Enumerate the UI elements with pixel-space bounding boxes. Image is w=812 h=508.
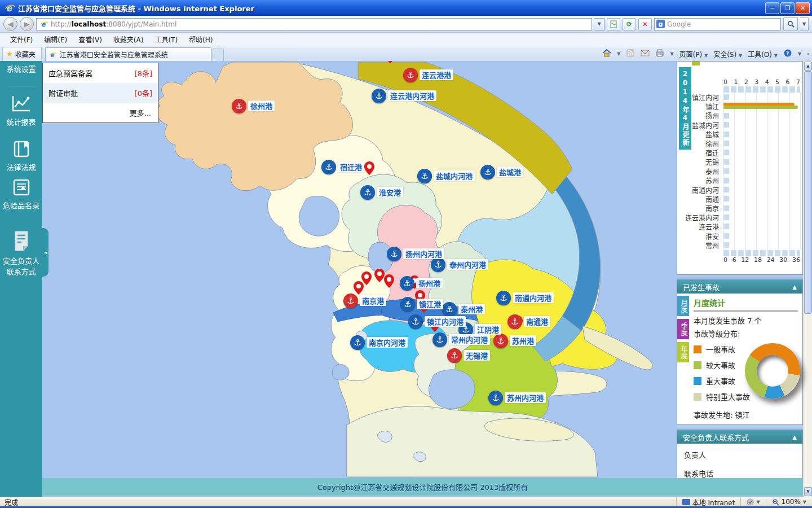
- port-label[interactable]: 南通港: [524, 316, 550, 327]
- port-marker-anchor-icon[interactable]: ⚓: [493, 334, 508, 348]
- help-button[interactable]: ?: [783, 49, 792, 59]
- scroll-down-button[interactable]: ▼: [804, 487, 812, 496]
- incident-pin-icon[interactable]: [385, 61, 395, 65]
- port-label[interactable]: 无锡港: [464, 350, 490, 361]
- search-dropdown-button[interactable]: ▼: [800, 17, 809, 31]
- favorites-button[interactable]: ★ 收藏夹: [2, 47, 42, 61]
- port-marker-anchor-icon[interactable]: ⚓: [417, 169, 432, 183]
- tools-menu[interactable]: 工具(O) ▼: [748, 49, 778, 59]
- security-menu[interactable]: 安全(S) ▼: [713, 49, 742, 59]
- zoom-control[interactable]: 100% ▼: [766, 497, 812, 506]
- port-marker-anchor-icon[interactable]: ⚓: [350, 335, 365, 350]
- quick-row-certificate-approval[interactable]: 附证审批 [0条]: [43, 83, 158, 103]
- port-marker-anchor-icon[interactable]: ⚓: [433, 332, 447, 347]
- feeds-button[interactable]: [626, 49, 635, 59]
- print-button[interactable]: [655, 49, 664, 59]
- port-marker-anchor-icon[interactable]: ⚓: [321, 160, 336, 174]
- port-label[interactable]: 连云港内河港: [388, 90, 436, 101]
- port-label[interactable]: 苏州内河港: [505, 392, 546, 403]
- incident-panel-header[interactable]: 已发生事故 ▲: [677, 280, 802, 294]
- port-label[interactable]: 徐州港: [248, 100, 275, 111]
- port-label[interactable]: 泰州港: [458, 304, 485, 314]
- compatibility-view-button[interactable]: [607, 18, 620, 30]
- menu-item[interactable]: 收藏夹(A): [108, 33, 149, 46]
- incident-tab-2[interactable]: 年度: [677, 342, 689, 362]
- collapse-arrow-icon[interactable]: ▲: [792, 434, 797, 440]
- sidebar-item-dangerous-goods[interactable]: 危险品名录: [0, 178, 42, 211]
- port-marker-anchor-icon[interactable]: ⚓: [400, 276, 414, 291]
- sidebar-item-safety-contacts[interactable]: 安全负责人联系方式: [0, 230, 42, 277]
- port-label[interactable]: 苏州港: [510, 335, 536, 346]
- address-input[interactable]: e http://localhost:8080/yjpt/Main.html: [36, 18, 592, 30]
- port-label[interactable]: 南通内河港: [513, 292, 554, 303]
- port-label[interactable]: 镇江港: [417, 299, 443, 309]
- port-label[interactable]: 盐城港: [497, 167, 523, 177]
- port-marker-anchor-icon[interactable]: ⚓: [480, 165, 495, 179]
- chevron-more-icon[interactable]: »: [807, 51, 810, 56]
- port-marker-anchor-icon[interactable]: ⚓: [403, 68, 418, 82]
- map-area[interactable]: ⚓连云港港⚓连云港内河港⚓徐州港⚓宿迁港⚓淮安港⚓盐城内河港⚓盐城港⚓扬州内河港…: [42, 61, 677, 497]
- home-button[interactable]: [602, 49, 611, 59]
- port-marker-anchor-icon[interactable]: ⚓: [431, 257, 445, 272]
- new-tab-stub[interactable]: [213, 49, 224, 61]
- port-marker-anchor-icon[interactable]: ⚓: [360, 185, 375, 200]
- address-dropdown-button[interactable]: ▼: [594, 18, 604, 30]
- incident-pin-icon[interactable]: [374, 269, 385, 284]
- port-marker-anchor-icon[interactable]: ⚓: [408, 314, 423, 329]
- refresh-button[interactable]: ⟳: [623, 18, 636, 30]
- port-marker-anchor-icon[interactable]: ⚓: [372, 89, 386, 103]
- restore-button[interactable]: ❐: [780, 2, 795, 14]
- port-label[interactable]: 南京内河港: [367, 337, 408, 348]
- port-marker-anchor-icon[interactable]: ⚓: [387, 247, 401, 261]
- port-label[interactable]: 连云港港: [420, 69, 453, 80]
- sidebar-item-system-settings[interactable]: 系统设置: [0, 63, 42, 74]
- port-label[interactable]: 扬州港: [416, 278, 443, 288]
- forward-button[interactable]: ▶: [20, 17, 34, 31]
- more-link[interactable]: 更多...: [43, 103, 158, 122]
- port-marker-anchor-icon[interactable]: ⚓: [508, 314, 522, 329]
- menu-item[interactable]: 工具(T): [149, 33, 183, 46]
- search-input[interactable]: g Google: [654, 18, 781, 30]
- scrollbar-thumb[interactable]: [804, 71, 812, 314]
- browser-tab[interactable]: e 江苏省港口安全监管与应急管理系统: [45, 47, 211, 61]
- menu-item[interactable]: 编辑(E): [38, 33, 73, 46]
- port-label[interactable]: 江阴港: [475, 324, 501, 335]
- stop-button[interactable]: ✕: [638, 18, 652, 30]
- port-marker-anchor-icon[interactable]: ⚓: [232, 99, 246, 113]
- port-marker-anchor-icon[interactable]: ⚓: [343, 294, 358, 308]
- menu-item[interactable]: 文件(F): [5, 33, 38, 46]
- port-marker-anchor-icon[interactable]: ⚓: [496, 291, 511, 305]
- port-label[interactable]: 宿迁港: [338, 161, 364, 172]
- incident-tab-1[interactable]: 季度: [677, 319, 689, 339]
- port-label[interactable]: 常州内河港: [449, 334, 490, 345]
- port-marker-anchor-icon[interactable]: ⚓: [400, 297, 415, 312]
- port-label[interactable]: 扬州内河港: [403, 248, 444, 259]
- incident-tab-0[interactable]: 月度: [677, 296, 689, 316]
- sidebar-item-laws[interactable]: 法律法规: [0, 140, 42, 172]
- sidebar-collapse-handle[interactable]: ◄: [42, 228, 48, 277]
- port-marker-anchor-icon[interactable]: ⚓: [442, 302, 457, 317]
- protected-mode-button[interactable]: ▼: [740, 497, 765, 506]
- vertical-scrollbar[interactable]: ▲ ▼: [803, 61, 812, 497]
- incident-pin-icon[interactable]: [364, 161, 374, 177]
- quick-row-emergency-plan[interactable]: 应急预案备案 [8条]: [43, 63, 158, 83]
- collapse-arrow-icon[interactable]: ▲: [792, 284, 797, 290]
- port-label[interactable]: 镇江内河港: [425, 316, 466, 327]
- contact-panel-header[interactable]: 安全负责人联系方式 ▲: [677, 430, 802, 444]
- read-mail-button[interactable]: [641, 49, 650, 59]
- menu-item[interactable]: 查看(V): [73, 33, 108, 46]
- incident-pin-icon[interactable]: [384, 274, 394, 290]
- scroll-up-button[interactable]: ▲: [804, 62, 812, 71]
- search-button[interactable]: [783, 17, 798, 31]
- sidebar-item-statistics[interactable]: 统计报表: [0, 94, 42, 127]
- menu-item[interactable]: 帮助(H): [183, 33, 218, 46]
- port-label[interactable]: 淮安港: [377, 187, 403, 198]
- port-label[interactable]: 盐城内河港: [434, 170, 475, 181]
- port-label[interactable]: 南京港: [360, 295, 386, 306]
- back-button[interactable]: ◀: [3, 17, 17, 31]
- minimize-button[interactable]: ─: [765, 2, 779, 14]
- port-marker-anchor-icon[interactable]: ⚓: [488, 391, 503, 405]
- port-marker-anchor-icon[interactable]: ⚓: [447, 348, 462, 363]
- close-button[interactable]: ✕: [796, 2, 810, 14]
- port-label[interactable]: 泰州内河港: [447, 259, 488, 270]
